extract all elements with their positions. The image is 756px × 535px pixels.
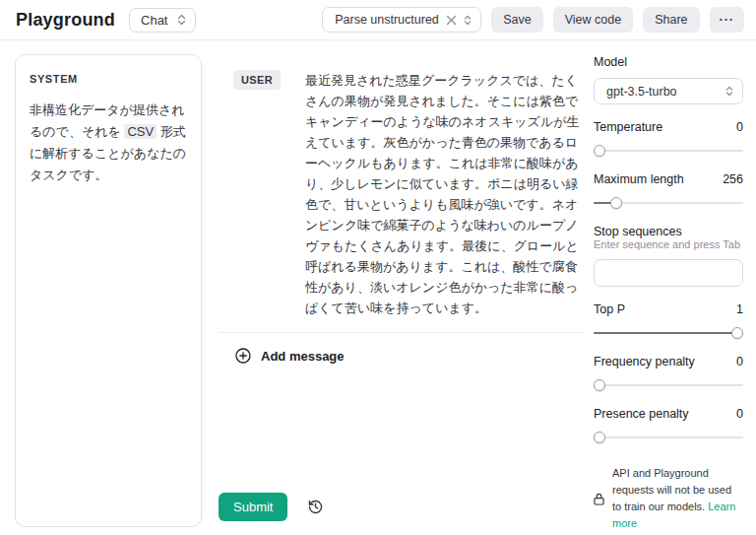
model-select[interactable]: gpt-3.5-turbo bbox=[594, 78, 743, 104]
slider-handle[interactable] bbox=[594, 379, 605, 391]
top-p-slider[interactable] bbox=[594, 327, 743, 339]
save-button[interactable]: Save bbox=[491, 7, 543, 33]
chat-bottom-bar: Submit bbox=[219, 493, 584, 521]
system-label: SYSTEM bbox=[30, 73, 187, 85]
system-prompt-panel[interactable]: SYSTEM 非構造化データが提供されるので、それを CSV 形式に解析すること… bbox=[15, 54, 202, 527]
frequency-penalty-section: Frequency penalty 0 bbox=[594, 355, 743, 391]
message-role-cell: USER bbox=[233, 70, 305, 318]
stop-sequences-input[interactable] bbox=[594, 259, 743, 287]
maximum-length-label: Maximum length bbox=[594, 172, 684, 186]
role-badge[interactable]: USER bbox=[233, 70, 281, 90]
frequency-penalty-value[interactable]: 0 bbox=[736, 355, 743, 368]
slider-handle[interactable] bbox=[594, 432, 605, 443]
page-title: Playground bbox=[16, 10, 115, 31]
history-clock-icon bbox=[307, 499, 324, 515]
maximum-length-value[interactable]: 256 bbox=[723, 172, 743, 186]
slider-handle[interactable] bbox=[594, 145, 605, 157]
chat-column: USER 最近発見された惑星グークラックスでは、たくさんの果物が発見されました。… bbox=[202, 40, 594, 535]
top-p-label: Top P bbox=[594, 302, 625, 316]
message-row: USER 最近発見された惑星グークラックスでは、たくさんの果物が発見されました。… bbox=[219, 52, 584, 332]
chevron-updown-icon bbox=[725, 86, 733, 97]
lock-icon bbox=[594, 466, 604, 532]
stop-sequences-section: Stop sequences Enter sequence and press … bbox=[594, 225, 743, 287]
presence-penalty-slider[interactable] bbox=[594, 432, 743, 443]
view-code-button[interactable]: View code bbox=[553, 7, 633, 33]
chevron-updown-icon[interactable] bbox=[464, 15, 472, 26]
top-p-value[interactable]: 1 bbox=[736, 302, 743, 316]
preset-value: Parse unstructured data bbox=[335, 13, 439, 27]
privacy-note-text: API and Playground requests will not be … bbox=[612, 465, 743, 532]
settings-panel: Model gpt-3.5-turbo Temperature 0 Maximu… bbox=[594, 40, 756, 535]
stop-sequences-label: Stop sequences bbox=[594, 225, 743, 238]
top-p-section: Top P 1 bbox=[594, 302, 743, 339]
system-text-highlight: CSV bbox=[124, 124, 157, 139]
share-button[interactable]: Share bbox=[643, 7, 699, 33]
presence-penalty-section: Presence penalty 0 bbox=[594, 407, 743, 443]
maximum-length-section: Maximum length 256 bbox=[594, 172, 743, 209]
temperature-label: Temperature bbox=[594, 120, 662, 134]
plus-circle-icon bbox=[235, 348, 251, 364]
header-actions: Parse unstructured data Save View code S… bbox=[322, 7, 744, 33]
temperature-section: Temperature 0 bbox=[594, 120, 743, 157]
user-message-text[interactable]: 最近発見された惑星グークラックスでは、たくさんの果物が発見されました。そこには紫… bbox=[305, 70, 584, 318]
temperature-value[interactable]: 0 bbox=[736, 120, 743, 134]
temperature-slider[interactable] bbox=[594, 145, 743, 157]
privacy-note: API and Playground requests will not be … bbox=[594, 465, 743, 532]
add-message-label: Add message bbox=[261, 349, 345, 364]
presence-penalty-label: Presence penalty bbox=[594, 407, 689, 421]
model-select-value: gpt-3.5-turbo bbox=[606, 85, 677, 99]
stop-sequences-hint: Enter sequence and press Tab bbox=[594, 237, 743, 251]
model-section: Model gpt-3.5-turbo bbox=[594, 55, 743, 104]
clear-preset-icon[interactable] bbox=[446, 15, 457, 26]
frequency-penalty-slider[interactable] bbox=[594, 379, 743, 391]
more-options-button[interactable]: ··· bbox=[710, 7, 745, 33]
main-area: SYSTEM 非構造化データが提供されるので、それを CSV 形式に解析すること… bbox=[0, 40, 756, 535]
frequency-penalty-label: Frequency penalty bbox=[594, 355, 695, 368]
top-bar: Playground Chat Parse unstructured data … bbox=[0, 0, 756, 40]
system-prompt-text[interactable]: 非構造化データが提供されるので、それを CSV 形式に解析することがあなたのタス… bbox=[30, 100, 187, 186]
chevron-updown-icon bbox=[177, 14, 186, 26]
mode-select-value: Chat bbox=[141, 13, 167, 28]
maximum-length-slider[interactable] bbox=[594, 197, 743, 209]
history-button[interactable] bbox=[307, 499, 324, 515]
preset-combobox[interactable]: Parse unstructured data bbox=[322, 7, 481, 33]
presence-penalty-value[interactable]: 0 bbox=[736, 407, 743, 421]
slider-handle[interactable] bbox=[610, 197, 622, 209]
slider-handle[interactable] bbox=[731, 327, 743, 339]
add-message-button[interactable]: Add message bbox=[219, 333, 584, 378]
mode-select[interactable]: Chat bbox=[129, 8, 196, 33]
submit-button[interactable]: Submit bbox=[219, 493, 287, 521]
model-label: Model bbox=[594, 55, 743, 69]
